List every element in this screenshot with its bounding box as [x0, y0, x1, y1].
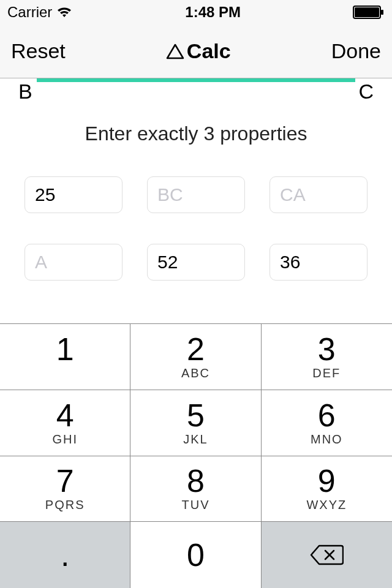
vertex-c-label: C — [358, 80, 374, 104]
key-6[interactable]: 6 MNO — [262, 390, 392, 456]
carrier-label: Carrier — [7, 4, 52, 21]
field-b[interactable]: 52 — [147, 244, 245, 281]
numeric-keypad: 1 2 ABC 3 DEF 4 GHI 5 JKL 6 MNO 7 PQRS 8… — [0, 323, 392, 588]
prompt-text: Enter exactly 3 properties — [0, 123, 392, 145]
key-digit: 9 — [318, 465, 336, 497]
svg-rect-2 — [381, 10, 383, 15]
key-digit: 7 — [56, 465, 74, 497]
key-0[interactable]: 0 — [130, 522, 261, 588]
key-digit: 4 — [56, 399, 74, 431]
status-left: Carrier — [7, 4, 73, 21]
field-ca[interactable]: CA — [270, 176, 368, 213]
key-dot[interactable]: . — [0, 522, 130, 588]
key-letters: PQRS — [45, 498, 85, 512]
field-bc[interactable]: BC — [147, 176, 245, 213]
key-digit: 6 — [318, 399, 336, 431]
key-5[interactable]: 5 JKL — [130, 390, 261, 456]
key-2[interactable]: 2 ABC — [130, 324, 261, 390]
key-letters — [62, 366, 67, 380]
key-4[interactable]: 4 GHI — [0, 390, 130, 456]
key-7[interactable]: 7 PQRS — [0, 456, 130, 522]
wifi-icon — [56, 6, 73, 18]
field-c[interactable]: 36 — [270, 244, 368, 281]
nav-bar: Reset Calc Done — [0, 24, 392, 78]
key-3[interactable]: 3 DEF — [262, 324, 392, 390]
svg-rect-1 — [355, 7, 379, 17]
input-grid: 25 BC CA A 52 36 — [0, 176, 392, 281]
key-9[interactable]: 9 WXYZ — [262, 456, 392, 522]
key-8[interactable]: 8 TUV — [130, 456, 261, 522]
key-letters: JKL — [183, 432, 208, 447]
done-button[interactable]: Done — [331, 39, 381, 63]
reset-button[interactable]: Reset — [11, 39, 66, 63]
key-digit: 3 — [318, 333, 336, 365]
field-ab[interactable]: 25 — [24, 176, 123, 213]
vertex-b-label: B — [18, 80, 32, 104]
key-1[interactable]: 1 — [0, 324, 130, 390]
key-digit: 0 — [187, 539, 205, 571]
backspace-icon — [309, 543, 344, 567]
key-letters: MNO — [311, 432, 343, 447]
key-letters: DEF — [312, 366, 341, 380]
key-letters: WXYZ — [306, 498, 347, 512]
key-letters: GHI — [52, 432, 78, 447]
content-area: B C Enter exactly 3 properties 25 BC CA … — [0, 78, 392, 323]
app-title-text: Calc — [187, 39, 231, 63]
key-letters: ABC — [181, 366, 210, 380]
status-bar: Carrier 1:48 PM — [0, 0, 392, 24]
app-title: Calc — [166, 39, 231, 63]
key-digit: 1 — [56, 333, 74, 365]
key-digit: 2 — [187, 333, 205, 365]
key-backspace[interactable] — [262, 522, 392, 588]
field-a[interactable]: A — [24, 244, 123, 281]
key-letters: TUV — [181, 498, 209, 512]
key-digit: 5 — [187, 399, 205, 431]
triangle-icon — [166, 43, 184, 59]
triangle-edge — [37, 78, 355, 82]
key-dot-label: . — [61, 537, 69, 573]
battery-icon — [353, 6, 385, 19]
status-time: 1:48 PM — [185, 4, 241, 21]
key-digit: 8 — [187, 465, 205, 497]
